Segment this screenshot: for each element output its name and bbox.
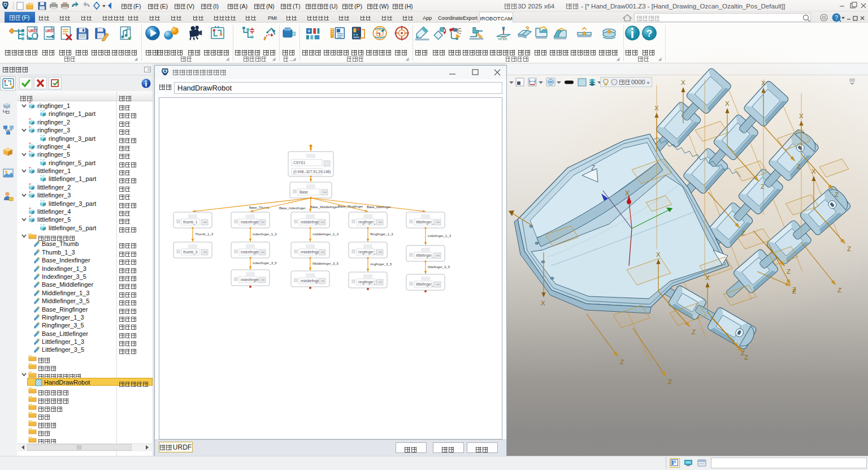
svg-text:Base: Base	[300, 190, 308, 194]
svg-text:middlefinger_1_3: middlefinger_1_3	[313, 232, 339, 236]
svg-text:littlefinger_3_5: littlefinger_3_5	[428, 265, 450, 269]
svg-text:Base_Ringfinger: Base_Ringfinger	[338, 205, 363, 208]
svg-text:Z: Z	[792, 286, 796, 293]
svg-text:MCAD: MCAD	[498, 37, 507, 41]
svg-text:URD: URD	[45, 29, 54, 33]
svg-text:X: X	[541, 300, 545, 307]
svg-text:littlefinger_3: littlefinger_3	[416, 253, 436, 258]
svg-text:(0.948,-327.91,29.148): (0.948,-327.91,29.148)	[293, 170, 331, 174]
svg-text:thumb_1: thumb_1	[183, 220, 198, 225]
svg-text:Thumb_1_3: Thumb_1_3	[195, 232, 214, 236]
svg-text:X: X	[725, 100, 730, 107]
svg-text:thumb_3: thumb_3	[183, 250, 198, 255]
svg-text:ringfinger_3_5: ringfinger_3_5	[370, 262, 392, 266]
svg-text:URD: URD	[28, 29, 37, 33]
svg-text:Z: Z	[741, 230, 745, 236]
svg-text:Z: Z	[837, 287, 841, 294]
svg-text:Z: Z	[692, 329, 696, 335]
svg-text:ringfinger_1: ringfinger_1	[358, 220, 378, 225]
svg-text:Z: Z	[761, 183, 765, 190]
svg-text:littlefinger_5: littlefinger_5	[416, 282, 436, 287]
svg-text:Z: Z	[797, 163, 801, 170]
svg-text:Base_littlefinger: Base_littlefinger	[367, 205, 391, 209]
svg-text:X: X	[681, 79, 685, 86]
svg-text:Z: Z	[591, 164, 595, 172]
svg-text:?: ?	[646, 28, 653, 39]
svg-text:Ringfinger_1_3: Ringfinger_1_3	[370, 232, 393, 236]
svg-text:Z: Z	[620, 359, 624, 365]
svg-text:Z: Z	[744, 354, 748, 361]
svg-text:Base_Indexfinger: Base_Indexfinger	[279, 206, 306, 210]
svg-text:ringfinger_5: ringfinger_5	[358, 280, 378, 284]
svg-text:ringfinger_3: ringfinger_3	[358, 250, 378, 255]
svg-text:Littlefinger_1_3: Littlefinger_1_3	[428, 234, 452, 238]
svg-text:Z: Z	[835, 191, 839, 198]
svg-text:Base_Middlefinger: Base_Middlefinger	[310, 205, 338, 209]
svg-text:CSYS1: CSYS1	[293, 161, 306, 165]
svg-text:littlefinger_1: littlefinger_1	[416, 220, 436, 225]
svg-text:Middlefinger_3_5: Middlefinger_3_5	[313, 262, 339, 265]
svg-text:Z: Z	[668, 378, 672, 385]
svg-text:X: X	[705, 274, 710, 281]
svg-text:indexfinger_1_3: indexfinger_1_3	[253, 232, 277, 236]
svg-text:?: ?	[835, 14, 838, 21]
svg-text:X: X	[811, 168, 816, 175]
svg-text:Z: Z	[847, 245, 851, 252]
svg-text:X: X	[625, 189, 630, 197]
svg-text:X: X	[656, 251, 661, 258]
svg-text:indexfinger_3_5: indexfinger_3_5	[253, 261, 277, 265]
svg-text:Z: Z	[787, 268, 791, 275]
